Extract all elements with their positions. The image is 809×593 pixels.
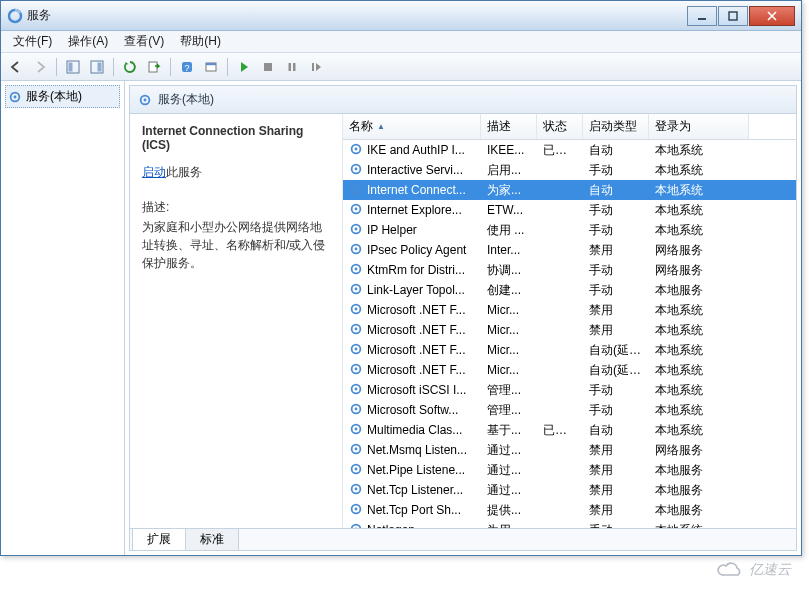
menu-action[interactable]: 操作(A) xyxy=(60,31,116,52)
cell-desc: Micr... xyxy=(481,322,537,338)
cell-status xyxy=(537,469,583,471)
services-icon xyxy=(8,90,22,104)
svg-point-57 xyxy=(355,507,358,510)
cell-name: Net.Tcp Listener... xyxy=(343,481,481,500)
service-gear-icon xyxy=(349,302,363,319)
app-icon xyxy=(7,8,23,24)
window-controls xyxy=(687,6,795,26)
tab-extended[interactable]: 扩展 xyxy=(132,529,186,551)
titlebar[interactable]: 服务 xyxy=(1,1,801,31)
service-row[interactable]: Microsoft .NET F...Micr...自动(延迟...本地系统 xyxy=(343,360,796,380)
refresh-button[interactable] xyxy=(119,56,141,78)
toolbar-sep xyxy=(113,58,114,76)
service-row[interactable]: Net.Tcp Port Sh...提供...禁用本地服务 xyxy=(343,500,796,520)
export-button[interactable] xyxy=(143,56,165,78)
service-row[interactable]: Microsoft .NET F...Micr...自动(延迟...本地系统 xyxy=(343,340,796,360)
minimize-button[interactable] xyxy=(687,6,717,26)
svg-rect-6 xyxy=(98,62,102,71)
svg-point-53 xyxy=(355,467,358,470)
service-row[interactable]: Multimedia Clas...基于...已启动自动本地系统 xyxy=(343,420,796,440)
service-row[interactable]: Microsoft iSCSI I...管理...手动本地系统 xyxy=(343,380,796,400)
tab-standard[interactable]: 标准 xyxy=(185,529,239,551)
toolbar: ? xyxy=(1,53,801,81)
cell-logon: 本地服务 xyxy=(649,481,749,500)
cell-startup: 手动 xyxy=(583,401,649,420)
cell-name: Microsoft .NET F... xyxy=(343,321,481,340)
cell-status xyxy=(537,229,583,231)
col-desc[interactable]: 描述 xyxy=(481,114,537,139)
svg-point-23 xyxy=(355,167,358,170)
svg-point-55 xyxy=(355,487,358,490)
svg-point-21 xyxy=(355,147,358,150)
service-row[interactable]: Internet Connect...为家...自动本地系统 xyxy=(343,180,796,200)
nav-back-button[interactable] xyxy=(5,56,27,78)
cell-status xyxy=(537,309,583,311)
properties-button[interactable] xyxy=(200,56,222,78)
service-row[interactable]: Net.Pipe Listene...通过...禁用本地服务 xyxy=(343,460,796,480)
service-row[interactable]: IPsec Policy AgentInter...禁用网络服务 xyxy=(343,240,796,260)
col-status[interactable]: 状态 xyxy=(537,114,583,139)
service-row[interactable]: Link-Layer Topol...创建...手动本地服务 xyxy=(343,280,796,300)
cell-startup: 自动(延迟... xyxy=(583,361,649,380)
cell-startup: 禁用 xyxy=(583,501,649,520)
pause-service-button[interactable] xyxy=(281,56,303,78)
service-row[interactable]: Microsoft Softw...管理...手动本地系统 xyxy=(343,400,796,420)
col-name[interactable]: 名称▲ xyxy=(343,114,481,139)
services-window: 服务 文件(F) 操作(A) 查看(V) 帮助(H) ? xyxy=(0,0,802,556)
service-row[interactable]: Microsoft .NET F...Micr...禁用本地系统 xyxy=(343,300,796,320)
service-row[interactable]: Net.Msmq Listen...通过...禁用网络服务 xyxy=(343,440,796,460)
service-name: Net.Tcp Port Sh... xyxy=(367,503,461,517)
stop-service-button[interactable] xyxy=(257,56,279,78)
service-row[interactable]: IKE and AuthIP I...IKEE...已启动自动本地系统 xyxy=(343,140,796,160)
service-row[interactable]: Netlogon为用手动本地系统 xyxy=(343,520,796,528)
maximize-button[interactable] xyxy=(718,6,748,26)
cell-status xyxy=(537,329,583,331)
col-startup[interactable]: 启动类型 xyxy=(583,114,649,139)
cell-name: Interactive Servi... xyxy=(343,161,481,180)
service-list[interactable]: 名称▲ 描述 状态 启动类型 登录为 IKE and AuthIP I...IK… xyxy=(342,114,796,528)
nav-forward-button[interactable] xyxy=(29,56,51,78)
service-name: IPsec Policy Agent xyxy=(367,243,466,257)
service-row[interactable]: IP Helper使用 ...手动本地系统 xyxy=(343,220,796,240)
show-hide-tree-button[interactable] xyxy=(62,56,84,78)
menu-file[interactable]: 文件(F) xyxy=(5,31,60,52)
show-hide-detail-button[interactable] xyxy=(86,56,108,78)
list-rows: IKE and AuthIP I...IKEE...已启动自动本地系统Inter… xyxy=(343,140,796,528)
start-service-link[interactable]: 启动 xyxy=(142,165,166,179)
service-gear-icon xyxy=(349,422,363,439)
close-button[interactable] xyxy=(749,6,795,26)
service-name: Microsoft Softw... xyxy=(367,403,458,417)
cell-startup: 禁用 xyxy=(583,321,649,340)
help-button[interactable]: ? xyxy=(176,56,198,78)
cell-name: Netlogon xyxy=(343,521,481,529)
cell-logon: 本地系统 xyxy=(649,221,749,240)
cell-startup: 手动 xyxy=(583,281,649,300)
cell-startup: 自动 xyxy=(583,181,649,200)
cell-logon: 本地服务 xyxy=(649,461,749,480)
service-name: Interactive Servi... xyxy=(367,163,463,177)
detail-desc-label: 描述: xyxy=(142,199,330,216)
menu-help[interactable]: 帮助(H) xyxy=(172,31,229,52)
restart-service-button[interactable] xyxy=(305,56,327,78)
svg-point-49 xyxy=(355,427,358,430)
cell-startup: 禁用 xyxy=(583,481,649,500)
service-name: Microsoft iSCSI I... xyxy=(367,383,466,397)
service-row[interactable]: Microsoft .NET F...Micr...禁用本地系统 xyxy=(343,320,796,340)
cell-logon: 网络服务 xyxy=(649,441,749,460)
start-service-button[interactable] xyxy=(233,56,255,78)
service-row[interactable]: Interactive Servi...启用...手动本地系统 xyxy=(343,160,796,180)
col-logon[interactable]: 登录为 xyxy=(649,114,749,139)
service-row[interactable]: Internet Explore...ETW...手动本地系统 xyxy=(343,200,796,220)
svg-rect-14 xyxy=(293,63,296,71)
cell-name: Microsoft .NET F... xyxy=(343,301,481,320)
svg-rect-2 xyxy=(729,12,737,20)
menu-view[interactable]: 查看(V) xyxy=(116,31,172,52)
service-gear-icon xyxy=(349,482,363,499)
service-gear-icon xyxy=(349,242,363,259)
service-row[interactable]: Net.Tcp Listener...通过...禁用本地服务 xyxy=(343,480,796,500)
tree-root-services-local[interactable]: 服务(本地) xyxy=(5,85,120,108)
service-gear-icon xyxy=(349,442,363,459)
cell-desc: Micr... xyxy=(481,302,537,318)
svg-point-17 xyxy=(14,95,17,98)
service-row[interactable]: KtmRm for Distri...协调...手动网络服务 xyxy=(343,260,796,280)
